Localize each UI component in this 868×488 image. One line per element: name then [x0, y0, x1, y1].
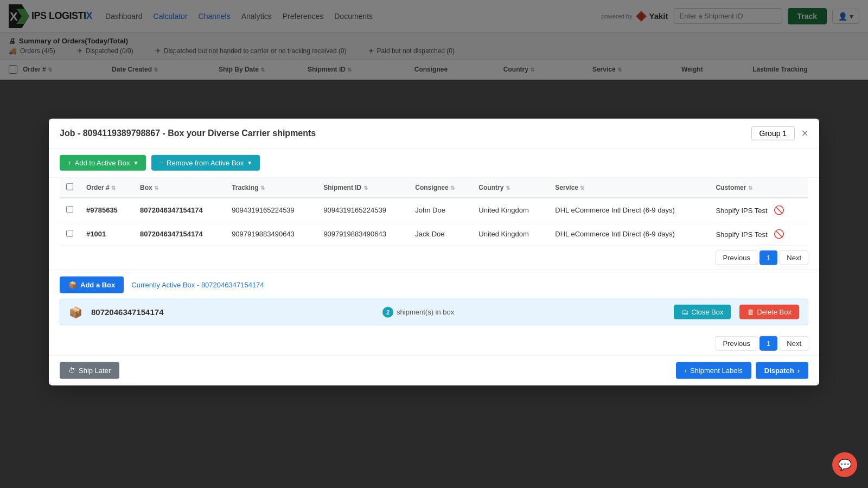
modal-overlay: [0, 0, 868, 80]
